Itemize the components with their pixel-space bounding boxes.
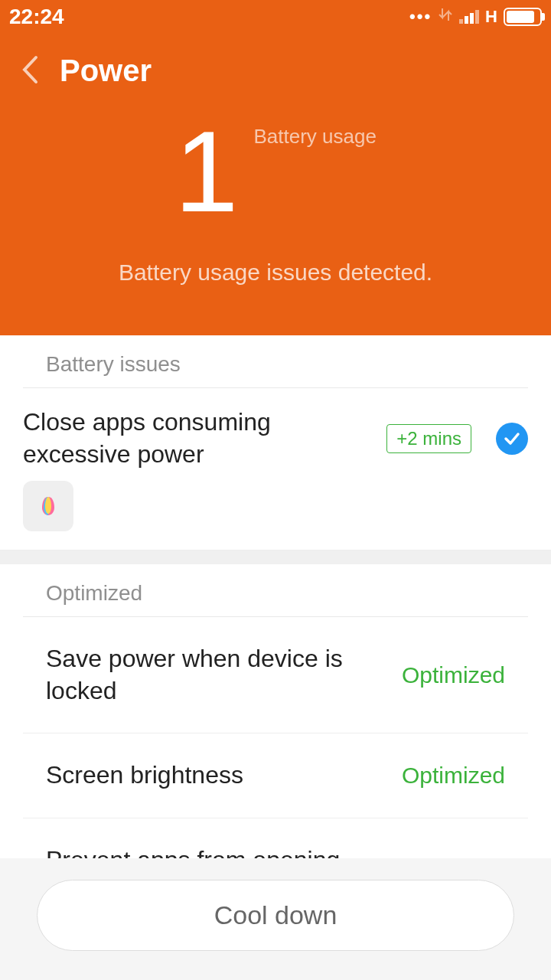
issue-item[interactable]: Close apps consuming excessive power +2 … xyxy=(0,388,551,550)
opt-title: Save power when device is locked xyxy=(46,643,402,707)
page-title: Power xyxy=(60,54,152,88)
more-icon: ••• xyxy=(409,7,432,27)
issue-count: 1 xyxy=(174,114,238,229)
back-icon[interactable] xyxy=(21,55,38,87)
bottom-action-bar: Cool down xyxy=(0,858,551,980)
hero-summary: 1 Battery usage Battery usage issues det… xyxy=(0,114,551,286)
status-bar: 22:24 ••• H xyxy=(0,0,551,34)
list-item[interactable]: Save power when device is locked Optimiz… xyxy=(23,617,528,733)
status-indicators: ••• H xyxy=(409,7,542,27)
issue-title: Close apps consuming excessive power xyxy=(23,407,377,470)
header-section: 22:24 ••• H Power 1 Battery usage Batter… xyxy=(0,0,551,335)
opt-title: Screen brightness xyxy=(46,760,402,792)
status-badge: Optimized xyxy=(402,662,505,688)
app-icon[interactable] xyxy=(23,481,73,531)
battery-issues-section: Battery issues Close apps consuming exce… xyxy=(0,335,551,550)
signal-icon xyxy=(459,10,479,24)
time-saved-badge: +2 mins xyxy=(386,424,471,453)
network-type: H xyxy=(485,7,497,27)
cool-down-button[interactable]: Cool down xyxy=(37,880,514,951)
status-badge: Optimized xyxy=(402,763,505,789)
hero-message: Battery usage issues detected. xyxy=(0,260,551,286)
battery-icon xyxy=(504,8,542,26)
issue-count-label: Battery usage xyxy=(254,125,377,149)
check-toggle[interactable] xyxy=(496,423,528,455)
data-arrows-icon xyxy=(438,7,453,27)
section-separator xyxy=(0,550,551,564)
status-time: 22:24 xyxy=(9,5,64,29)
nav-bar: Power xyxy=(0,34,551,88)
list-item[interactable]: Screen brightness Optimized xyxy=(23,733,528,818)
section-header-issues: Battery issues xyxy=(23,335,528,388)
section-header-optimized: Optimized xyxy=(23,564,528,617)
